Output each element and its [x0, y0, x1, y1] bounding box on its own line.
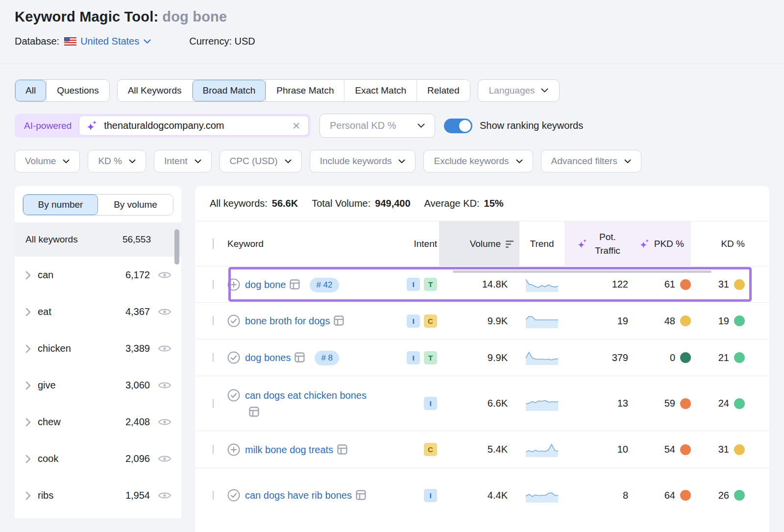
table-row[interactable]: bone broth for dogs I C 9.9K 19 48 19 [195, 303, 769, 339]
search-input[interactable] [104, 120, 291, 131]
show-ranking-toggle[interactable] [444, 119, 472, 133]
sidebar-sort-toggle: By number By volume [23, 194, 173, 216]
keyword-link[interactable]: can dogs eat chicken bones [245, 387, 367, 420]
eye-icon[interactable] [158, 307, 172, 316]
eye-icon[interactable] [158, 381, 172, 390]
sort-by-volume-button[interactable]: By volume [98, 194, 173, 215]
ranking-position-badge[interactable]: # 8 [315, 351, 339, 365]
sidebar-scrollbar-thumb[interactable] [174, 229, 179, 265]
clear-input-icon[interactable]: ✕ [291, 120, 301, 132]
tab-all[interactable]: All [15, 80, 46, 101]
intent-badge: I [407, 278, 420, 291]
intent-badge: T [424, 278, 437, 291]
all-keywords-group[interactable]: All keywords 56,553 [15, 222, 181, 257]
filter-advanced[interactable]: Advanced filters [541, 150, 641, 172]
kd-dot [734, 490, 745, 501]
languages-label: Languages [489, 85, 535, 96]
tab-all-keywords[interactable]: All Keywords [118, 80, 192, 101]
horizontal-scrollbar-thumb[interactable] [453, 270, 711, 273]
serp-features-icon[interactable] [337, 444, 347, 455]
check-circle-icon[interactable] [227, 351, 240, 364]
serp-features-icon[interactable] [356, 490, 366, 500]
serp-features-icon[interactable] [294, 352, 305, 363]
group-item-give[interactable]: give 3,060 [15, 367, 181, 404]
row-checkbox[interactable] [213, 490, 214, 500]
chevron-down-icon [144, 39, 151, 44]
page-header: Keyword Magic Tool:dog bone Database: Un… [0, 0, 784, 64]
chevron-right-icon[interactable] [25, 491, 31, 500]
keyword-link[interactable]: dog bone [245, 276, 300, 293]
table-row[interactable]: dog bones # 8 I T 9.9K 379 0 21 [195, 339, 769, 376]
table-row[interactable]: milk bone dog treats C 5.4K 10 54 31 [195, 431, 769, 468]
row-checkbox[interactable] [213, 316, 214, 325]
kd-value: 31 [718, 444, 729, 455]
tab-exact-match[interactable]: Exact Match [344, 80, 416, 101]
row-checkbox[interactable] [213, 399, 214, 408]
plus-circle-icon[interactable] [227, 443, 240, 456]
group-item-chicken[interactable]: chicken 3,389 [15, 330, 181, 367]
keyword-link[interactable]: bone broth for dogs [245, 313, 344, 329]
filter-exclude-keywords[interactable]: Exclude keywords [423, 150, 533, 172]
keyword-link[interactable]: dog bones [245, 349, 305, 366]
filter-include-keywords[interactable]: Include keywords [310, 150, 416, 172]
check-circle-icon[interactable] [227, 389, 240, 402]
column-volume[interactable]: Volume [439, 221, 519, 266]
row-checkbox[interactable] [213, 445, 214, 454]
plus-circle-icon[interactable] [227, 278, 240, 291]
all-keywords-summary-value: 56.6K [272, 198, 298, 209]
filter-volume[interactable]: Volume [15, 150, 80, 172]
eye-icon[interactable] [158, 491, 172, 500]
keyword-link[interactable]: milk bone dog treats [245, 441, 347, 458]
filter-kd[interactable]: KD % [88, 150, 146, 172]
serp-features-icon[interactable] [249, 407, 259, 417]
group-item-cook[interactable]: cook 2,096 [15, 440, 181, 477]
group-item-can[interactable]: can 6,172 [15, 257, 181, 293]
eye-icon[interactable] [158, 270, 172, 280]
keyword-link[interactable]: can dogs have rib bones [245, 487, 366, 504]
currency-value: USD [235, 36, 255, 47]
chevron-right-icon[interactable] [25, 455, 31, 463]
pot-traffic-value: 122 [564, 279, 628, 290]
languages-dropdown[interactable]: Languages [478, 79, 560, 102]
table-row[interactable]: can dogs have rib bones I 4.4K 8 64 26 [195, 468, 769, 522]
tab-broad-match[interactable]: Broad Match [192, 80, 266, 101]
group-item-chew[interactable]: chew 2,408 [15, 404, 181, 440]
chevron-right-icon[interactable] [25, 308, 31, 316]
personal-kd-dropdown[interactable]: Personal KD % [319, 114, 435, 138]
row-checkbox[interactable] [213, 353, 214, 362]
intent-badge: T [424, 351, 437, 364]
filter-cpc[interactable]: CPC (USD) [220, 150, 302, 172]
pkd-dot [680, 279, 691, 290]
group-item-eat[interactable]: eat 4,367 [15, 293, 181, 330]
eye-icon[interactable] [158, 454, 172, 463]
tab-phrase-match[interactable]: Phrase Match [266, 80, 344, 101]
keyword-search-field[interactable]: ✕ [79, 116, 309, 136]
database-select[interactable]: United States [80, 36, 151, 47]
personal-kd-label: Personal KD % [330, 120, 396, 131]
currency-label: Currency: [189, 36, 232, 47]
serp-features-icon[interactable] [334, 315, 344, 326]
eye-icon[interactable] [158, 417, 172, 427]
sort-by-number-button[interactable]: By number [23, 194, 98, 215]
eye-icon[interactable] [158, 344, 172, 353]
tab-questions[interactable]: Questions [46, 80, 109, 101]
table-row[interactable]: can dogs eat chicken bones I 6.6K 13 59 … [195, 376, 769, 431]
match-type-tabs: All Questions All Keywords Broad Match P… [15, 79, 769, 102]
serp-features-icon[interactable] [290, 279, 300, 290]
chevron-right-icon[interactable] [25, 344, 31, 353]
tab-related[interactable]: Related [416, 80, 470, 101]
filter-intent[interactable]: Intent [154, 150, 212, 172]
chevron-right-icon[interactable] [25, 381, 31, 390]
row-checkbox[interactable] [213, 280, 214, 289]
pkd-value: 61 [664, 279, 675, 290]
select-all-checkbox[interactable] [213, 238, 214, 249]
group-item-ribs[interactable]: ribs 1,954 [15, 477, 181, 514]
intent-badge: C [424, 443, 437, 456]
chevron-right-icon[interactable] [25, 271, 31, 280]
check-circle-icon[interactable] [227, 314, 240, 327]
chevron-right-icon[interactable] [25, 418, 31, 427]
kd-dot [734, 352, 745, 363]
page-title-query: dog bone [162, 9, 227, 24]
check-circle-icon[interactable] [227, 489, 240, 502]
ranking-position-badge[interactable]: # 42 [310, 278, 339, 292]
